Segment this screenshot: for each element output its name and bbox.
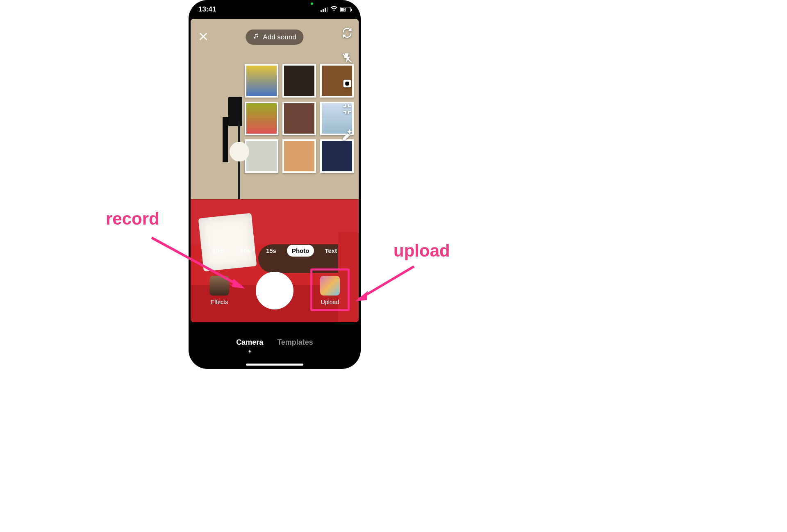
annotation-record-label: record	[106, 209, 159, 229]
annotation-upload-arrow	[350, 262, 420, 309]
camera-indicator-dot	[311, 2, 313, 5]
svg-marker-9	[232, 279, 245, 289]
close-button[interactable]	[198, 31, 209, 43]
upload-thumbnail	[320, 276, 340, 296]
battery-percent: 51	[343, 7, 348, 11]
phone-frame: 13:41 51	[189, 0, 361, 369]
record-button[interactable]	[257, 273, 292, 308]
cellular-signal-icon	[321, 7, 328, 12]
frames-button[interactable]	[341, 78, 353, 91]
mode-tabs[interactable]: Camera Templates	[189, 328, 361, 357]
upload-label: Upload	[321, 299, 339, 305]
tab-templates[interactable]: Templates	[277, 338, 313, 347]
svg-line-7	[152, 238, 242, 287]
add-sound-button[interactable]: Add sound	[246, 30, 303, 45]
add-sound-label: Add sound	[263, 33, 296, 41]
annotation-upload-label: upload	[394, 241, 450, 261]
home-indicator[interactable]	[246, 364, 303, 366]
annotation-record-arrow	[148, 234, 254, 297]
svg-marker-11	[355, 291, 368, 301]
battery-icon: 51	[340, 7, 351, 12]
music-note-icon	[253, 33, 259, 41]
beauty-filters-button[interactable]	[341, 129, 353, 142]
wifi-icon	[330, 5, 338, 14]
collapse-button[interactable]	[341, 103, 353, 116]
duration-text[interactable]: Text	[320, 245, 342, 257]
status-time: 13:41	[198, 5, 216, 14]
effects-label: Effects	[211, 299, 228, 305]
duration-photo[interactable]: Photo	[287, 245, 314, 257]
tab-camera[interactable]: Camera	[236, 338, 263, 347]
svg-rect-6	[345, 82, 349, 85]
status-bar: 13:41 51	[189, 0, 361, 19]
flip-camera-button[interactable]	[341, 27, 353, 40]
upload-button[interactable]: Upload	[320, 276, 340, 305]
duration-15s[interactable]: 15s	[261, 245, 281, 257]
flash-button[interactable]	[341, 52, 353, 66]
